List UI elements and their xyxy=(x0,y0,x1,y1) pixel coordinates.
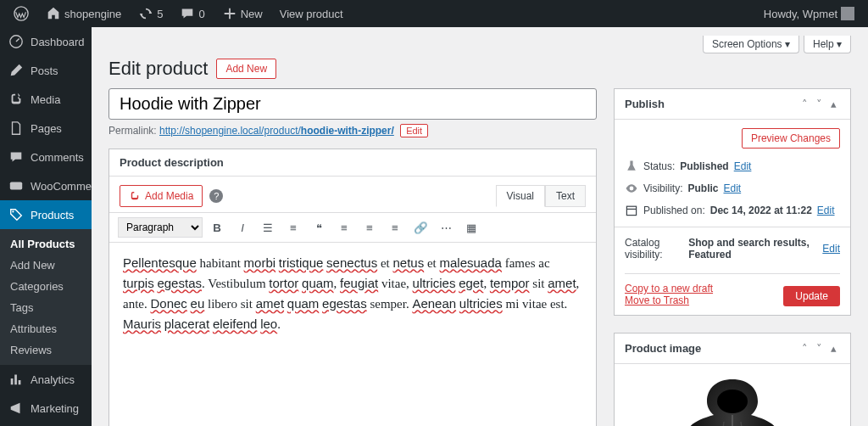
publish-title: Publish xyxy=(625,98,665,110)
products-submenu: All Products Add New Categories Tags Att… xyxy=(0,229,92,365)
menu-products[interactable]: Products xyxy=(0,200,92,229)
product-title-input[interactable] xyxy=(108,88,597,120)
more-button[interactable]: ⋯ xyxy=(435,216,457,238)
menu-dashboard[interactable]: Dashboard xyxy=(0,27,92,56)
content-area: Screen Options ▾ Help ▾ Edit product Add… xyxy=(92,27,868,426)
panel-up-icon[interactable]: ˄ xyxy=(798,96,811,112)
panel-up-icon[interactable]: ˄ xyxy=(798,340,811,356)
edit-slug-button[interactable]: Edit xyxy=(400,124,428,137)
panel-down-icon[interactable]: ˅ xyxy=(813,340,826,356)
menu-media[interactable]: Media xyxy=(0,85,92,114)
preview-changes-button[interactable]: Preview Changes xyxy=(742,128,840,149)
align-center-button[interactable]: ≡ xyxy=(359,216,381,238)
submenu-attributes[interactable]: Attributes xyxy=(0,318,92,339)
view-product[interactable]: View product xyxy=(273,0,350,27)
add-media-button[interactable]: Add Media xyxy=(120,185,203,207)
published-row: Published on: Dec 14, 2022 at 11:22 Edit xyxy=(625,199,840,221)
product-image-panel: Product image ˄˅▴ ? xyxy=(614,333,851,426)
add-new-button[interactable]: Add New xyxy=(216,59,276,79)
visibility-row: Visibility: Public Edit xyxy=(625,177,840,199)
admin-sidebar: Dashboard Posts Media Pages Comments Woo… xyxy=(0,27,92,426)
submenu-categories[interactable]: Categories xyxy=(0,276,92,297)
menu-analytics[interactable]: Analytics xyxy=(0,365,92,394)
svg-rect-7 xyxy=(626,206,636,215)
format-select[interactable]: Paragraph xyxy=(118,217,203,238)
help-button[interactable]: Help ▾ xyxy=(804,36,851,53)
updates[interactable]: 5 xyxy=(131,0,170,27)
copy-draft-link[interactable]: Copy to a new draft xyxy=(625,283,713,294)
align-right-button[interactable]: ≡ xyxy=(384,216,406,238)
svg-point-3 xyxy=(12,210,14,212)
submenu-reviews[interactable]: Reviews xyxy=(0,339,92,361)
catalog-row: Catalog visibility: Shop and search resu… xyxy=(625,233,840,265)
status-row: Status: Published Edit xyxy=(625,155,840,177)
site-name[interactable]: shopengine xyxy=(39,0,128,27)
edit-date-link[interactable]: Edit xyxy=(817,205,835,216)
quote-button[interactable]: ❝ xyxy=(308,216,330,238)
edit-visibility-link[interactable]: Edit xyxy=(723,182,741,194)
submenu-all-products[interactable]: All Products xyxy=(0,233,92,255)
submenu-tags[interactable]: Tags xyxy=(0,297,92,318)
avatar-icon xyxy=(841,7,854,20)
svg-rect-2 xyxy=(10,182,22,190)
permalink-link[interactable]: http://shopengine.local/product/hoodie-w… xyxy=(159,125,394,137)
screen-options-button[interactable]: Screen Options ▾ xyxy=(703,36,799,53)
text-tab[interactable]: Text xyxy=(545,185,586,207)
page-title: Edit product xyxy=(108,58,208,80)
comments[interactable]: 0 xyxy=(173,0,211,27)
visual-tab[interactable]: Visual xyxy=(496,185,545,207)
link-button[interactable]: 🔗 xyxy=(409,216,431,238)
edit-catalog-link[interactable]: Edit xyxy=(822,243,840,255)
new-content[interactable]: New xyxy=(215,0,270,27)
submenu-add-new[interactable]: Add New xyxy=(0,255,92,276)
bold-button[interactable]: B xyxy=(206,216,228,238)
menu-pages[interactable]: Pages xyxy=(0,114,92,143)
edit-status-link[interactable]: Edit xyxy=(734,160,752,172)
menu-elementor[interactable]: Elementor xyxy=(0,423,92,426)
italic-button[interactable]: I xyxy=(231,216,253,238)
number-list-button[interactable]: ≡ xyxy=(282,216,304,238)
menu-comments[interactable]: Comments xyxy=(0,143,92,171)
help-icon[interactable]: ? xyxy=(209,189,223,203)
panel-toggle-icon[interactable]: ▴ xyxy=(827,340,840,356)
admin-topbar: shopengine 5 0 New View product Howdy, W… xyxy=(0,0,868,27)
svg-point-8 xyxy=(717,390,748,413)
permalink-row: Permalink: http://shopengine.local/produ… xyxy=(108,125,597,137)
product-image[interactable] xyxy=(615,364,850,426)
my-account[interactable]: Howdy, Wpmet xyxy=(757,0,861,27)
editor-toolbar: Paragraph B I ☰ ≡ ❝ ≡ ≡ ≡ 🔗 ⋯ ▦ xyxy=(109,212,596,242)
panel-toggle-icon[interactable]: ▴ xyxy=(827,96,840,112)
hoodie-icon xyxy=(665,373,800,426)
menu-marketing[interactable]: Marketing xyxy=(0,394,92,423)
move-trash-link[interactable]: Move to Trash xyxy=(625,294,713,306)
update-button[interactable]: Update xyxy=(783,286,840,306)
bullet-list-button[interactable]: ☰ xyxy=(257,216,279,238)
wp-logo[interactable] xyxy=(7,0,36,27)
editor-content[interactable]: Pellentesque habitant morbi tristique se… xyxy=(109,242,596,426)
panel-down-icon[interactable]: ˅ xyxy=(813,96,826,112)
product-image-title: Product image xyxy=(625,342,701,355)
align-left-button[interactable]: ≡ xyxy=(333,216,355,238)
toolbar-toggle-button[interactable]: ▦ xyxy=(460,216,482,238)
menu-posts[interactable]: Posts xyxy=(0,56,92,85)
publish-panel: Publish ˄˅▴ Preview Changes Status: Publ… xyxy=(614,88,851,316)
description-panel: Product description Add Media ? Visual T… xyxy=(108,149,597,426)
description-panel-title: Product description xyxy=(120,156,224,169)
menu-woocommerce[interactable]: WooCommerce xyxy=(0,171,92,200)
